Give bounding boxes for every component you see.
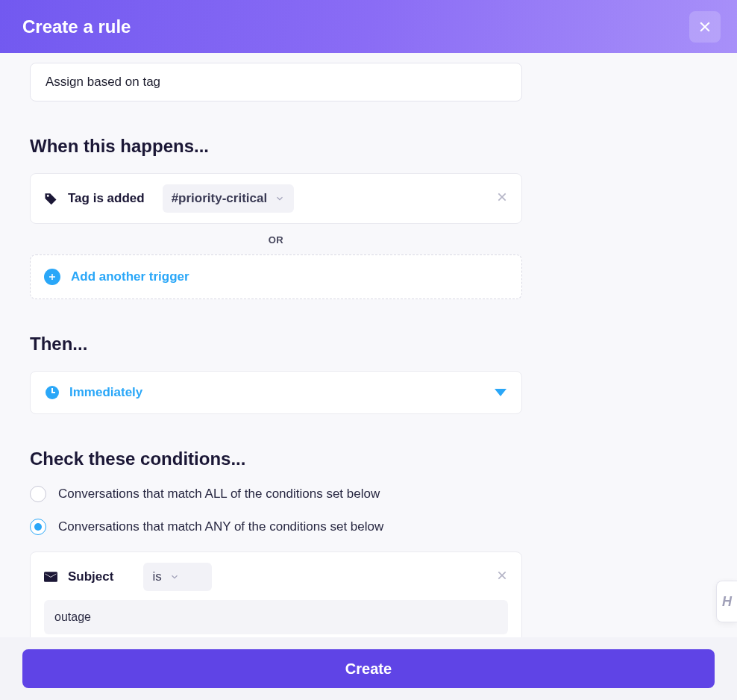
- close-icon: [697, 19, 712, 34]
- condition-field-label: Subject: [68, 569, 113, 584]
- radio-input: [30, 519, 46, 535]
- trigger-value-select[interactable]: #priority-critical: [163, 184, 295, 213]
- clock-icon: [46, 386, 59, 399]
- timing-label: Immediately: [69, 385, 142, 400]
- chevron-down-icon: [275, 193, 285, 204]
- add-trigger-button[interactable]: Add another trigger: [30, 254, 522, 299]
- trigger-separator: OR: [30, 234, 522, 246]
- close-icon: [496, 191, 508, 203]
- section-title-when: When this happens...: [30, 136, 707, 157]
- close-button[interactable]: [689, 11, 721, 43]
- radio-match-any[interactable]: Conversations that match ANY of the cond…: [30, 519, 707, 535]
- modal-content: When this happens... Tag is added #prior…: [0, 53, 737, 637]
- condition-match-radio-group: Conversations that match ALL of the cond…: [30, 486, 707, 535]
- mail-icon: [44, 572, 57, 582]
- rule-name-input[interactable]: [30, 63, 522, 101]
- add-trigger-label: Add another trigger: [71, 269, 189, 284]
- radio-label: Conversations that match ALL of the cond…: [58, 487, 380, 501]
- condition-operator-text: is: [152, 569, 161, 584]
- timing-select[interactable]: Immediately: [30, 371, 522, 414]
- trigger-card: Tag is added #priority-critical: [30, 173, 522, 224]
- trigger-value-text: #priority-critical: [172, 191, 268, 206]
- trigger-type-label: Tag is added: [68, 191, 145, 206]
- chevron-down-icon: [169, 572, 180, 582]
- radio-label: Conversations that match ANY of the cond…: [58, 519, 383, 534]
- trigger-row: Tag is added #priority-critical: [44, 184, 508, 213]
- section-title-conditions: Check these conditions...: [30, 449, 707, 469]
- radio-input: [30, 486, 46, 502]
- condition-operator-select[interactable]: is: [143, 563, 212, 591]
- condition-row: Subject is: [44, 563, 508, 591]
- close-icon: [496, 569, 508, 581]
- tag-icon: [44, 192, 57, 205]
- section-title-then: Then...: [30, 334, 707, 354]
- modal-footer: Create: [0, 637, 737, 700]
- condition-card: Subject is: [30, 551, 522, 637]
- radio-match-all[interactable]: Conversations that match ALL of the cond…: [30, 486, 707, 502]
- modal-title: Create a rule: [22, 16, 131, 37]
- create-button[interactable]: Create: [22, 649, 715, 688]
- caret-down-icon: [495, 389, 507, 396]
- side-widget[interactable]: H: [716, 581, 737, 622]
- condition-value-input[interactable]: [44, 600, 508, 634]
- plus-circle-icon: [44, 269, 60, 285]
- remove-condition-button[interactable]: [496, 569, 508, 584]
- remove-trigger-button[interactable]: [496, 191, 508, 206]
- modal-header: Create a rule: [0, 0, 737, 53]
